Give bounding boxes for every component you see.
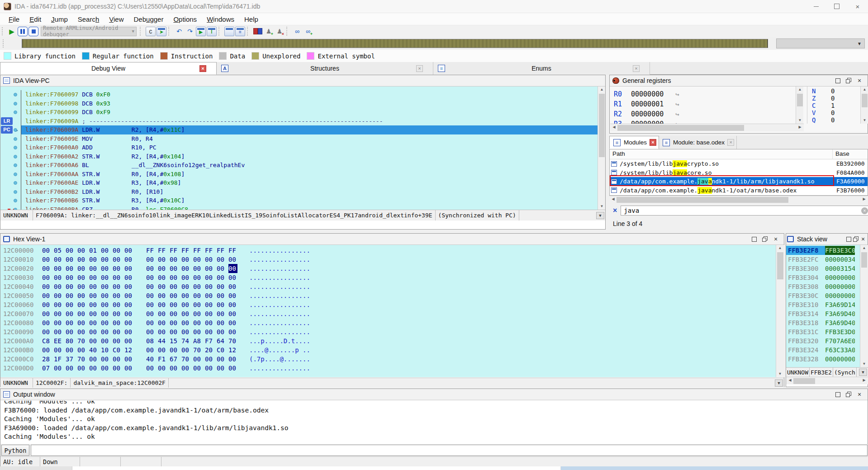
breakpoint-dot[interactable] xyxy=(14,137,17,141)
close-tab-icon[interactable]: × xyxy=(633,65,640,72)
menu-edit[interactable]: Edit xyxy=(24,14,46,24)
hex-view-titlebar[interactable]: Hex View-1 × xyxy=(0,234,784,245)
disasm-line[interactable]: LRlinker:F706009A ; --------------------… xyxy=(0,117,598,126)
breakpoint-dot[interactable] xyxy=(14,155,17,158)
close-panel-icon[interactable]: × xyxy=(859,235,867,243)
module-row[interactable]: /system/lib/libjavacore.soF084A000 xyxy=(610,168,868,177)
stack-row[interactable]: FFB3E320F707A6E0 xyxy=(786,336,860,345)
chevron-down-icon[interactable]: ▼ xyxy=(859,369,867,376)
stack-hscrollbar[interactable]: ◀ ▶ xyxy=(786,377,868,384)
navigation-band[interactable] xyxy=(22,39,768,48)
ida-view-titlebar[interactable]: IDA View-PC xyxy=(0,75,605,86)
output-titlebar[interactable]: Output window × xyxy=(0,389,868,400)
tab-enums[interactable]: Enums× xyxy=(433,62,650,75)
hex-row[interactable]: 12C0002000000000000000000000000000000000… xyxy=(0,264,776,273)
register-list[interactable]: R000000000↪R100000001↪R200000000↪R300000… xyxy=(610,86,796,124)
clear-filter-icon[interactable]: × xyxy=(861,207,868,214)
close-tab-icon[interactable]: × xyxy=(199,65,206,72)
hex-row[interactable]: 12C0009000000000000000000000000000000000… xyxy=(0,327,776,336)
menu-view[interactable]: View xyxy=(104,14,128,24)
stack-row[interactable]: FFB3E324F63C33A0 xyxy=(786,345,860,355)
close-tab-icon[interactable]: × xyxy=(650,139,656,146)
tab-debug-view[interactable]: Debug View× xyxy=(0,62,217,75)
stack-view-titlebar[interactable]: Stack view × xyxy=(786,234,868,245)
step-over-icon[interactable]: ↷ xyxy=(185,27,195,36)
follow-value-icon[interactable]: ↪ xyxy=(675,91,679,98)
stack-row[interactable]: FFB3E310F3A69D14 xyxy=(786,300,860,309)
stack-row[interactable]: FFB3E2F8FFB3E3C0 xyxy=(786,246,860,255)
breakpoint-dot[interactable] xyxy=(14,102,17,106)
maximize-panel-icon[interactable] xyxy=(845,235,852,243)
python-cli-input[interactable] xyxy=(31,445,868,456)
hex-row[interactable]: 12C0006000000000000000000000000000000000… xyxy=(0,300,776,309)
filter-input[interactable] xyxy=(621,206,868,216)
close-tab-icon[interactable]: × xyxy=(727,139,734,146)
follow-value-icon[interactable]: ↪ xyxy=(675,101,679,108)
menu-jump[interactable]: Jump xyxy=(46,14,73,24)
hex-row[interactable]: 12C0004000000000000000000000000000000000… xyxy=(0,282,776,291)
stack-row[interactable]: FFB3E314F3A69D40 xyxy=(786,309,860,318)
close-icon[interactable]: × xyxy=(847,0,868,13)
tab-module-base-odex[interactable]: ≡Module: base.odex× xyxy=(659,136,737,149)
column-path[interactable]: Path xyxy=(610,149,833,159)
hex-row[interactable]: 12C0008000000000000000000000000000000000… xyxy=(0,318,776,327)
breakpoint-dot[interactable] xyxy=(14,173,17,176)
maximize-icon[interactable] xyxy=(826,0,847,13)
navband-grip[interactable] xyxy=(3,39,5,48)
breakpoint-dot[interactable] xyxy=(14,110,17,114)
float-panel-icon[interactable] xyxy=(843,77,854,85)
disasm-line[interactable]: linker:F7060099 DCB 0xF9 xyxy=(0,108,598,117)
follow-value-icon[interactable]: ↪ xyxy=(675,110,679,118)
disasm-line[interactable]: linker:F7060097 DCB 0xF0 xyxy=(0,90,598,99)
register-row[interactable]: R000000000↪ xyxy=(614,89,796,99)
chevron-down-icon[interactable]: ▼ xyxy=(775,379,783,387)
maximize-panel-icon[interactable] xyxy=(832,390,843,398)
module-row[interactable]: /system/lib/libjavacrypto.soEB392000 xyxy=(610,159,868,168)
disasm-line[interactable]: linker:F70600A0 ADD R10, PC xyxy=(0,143,598,152)
breakpoint-dot[interactable] xyxy=(14,128,17,132)
column-base[interactable]: Base xyxy=(833,149,852,159)
float-panel-icon[interactable] xyxy=(843,390,854,398)
tab-structures[interactable]: AStructures× xyxy=(217,62,433,75)
disassembly-listing[interactable]: linker:F7060097 DCB 0xF0linker:F7060098 … xyxy=(0,86,598,210)
menu-search[interactable]: Search xyxy=(73,14,104,24)
registers-hscrollbar[interactable]: ◀ ▶ xyxy=(610,124,804,131)
flags-list[interactable]: N0Z0C1V0Q0 xyxy=(807,86,860,124)
flag-row[interactable]: N0 xyxy=(812,87,860,95)
disasm-line[interactable]: linker:F706009E MOV R0, R4 xyxy=(0,134,598,144)
stack-vscrollbar[interactable]: ▲ ▼ xyxy=(860,245,868,367)
debugger-selector[interactable]: Remote ARMLinux/Android debugger ▼ xyxy=(41,27,137,36)
breakpoint-dot[interactable] xyxy=(14,181,17,185)
register-row[interactable]: R300000000↪ xyxy=(614,119,796,124)
module-row[interactable]: /data/app/com.example.javandk1-1/oat/arm… xyxy=(610,186,868,195)
hex-dump[interactable]: 12C000000005000001000000FFFFFFFFFFFFFFFF… xyxy=(0,245,776,377)
follow-value-icon[interactable]: ↪ xyxy=(675,120,679,124)
modules-hscrollbar[interactable]: ◀ ▶ xyxy=(609,196,868,203)
until-return-icon[interactable]: I xyxy=(207,27,217,36)
disasm-line[interactable]: linker:F7060098 DCB 0x93 xyxy=(0,99,598,108)
stack-row[interactable]: FFB3E2FC00000034 xyxy=(786,255,860,264)
registers-vscrollbar[interactable]: ▲ ▼ xyxy=(796,86,803,124)
breakpoint-dot[interactable] xyxy=(14,146,17,149)
hex-row[interactable]: 12C0005000000000000000000000000000000000… xyxy=(0,291,776,300)
close-panel-icon[interactable]: × xyxy=(854,390,865,398)
flag-row[interactable]: V0 xyxy=(812,109,860,116)
disasm-line[interactable]: linker:F70600AE LDR.W R3, [R4,#0x98] xyxy=(0,178,598,187)
add-watch-icon[interactable]: ∞+ xyxy=(303,27,313,36)
hex-row[interactable]: 12C000000005000001000000FFFFFFFFFFFFFFFF… xyxy=(0,246,776,255)
flag-row[interactable]: Q0 xyxy=(812,116,860,124)
hex-row[interactable]: 12C000D007000000000000000000000000000000… xyxy=(0,364,776,373)
disasm-line[interactable]: PClinker:F706009A LDR.W R2, [R4,#0x11C] xyxy=(0,125,598,134)
maximize-panel-icon[interactable] xyxy=(832,77,843,85)
hex-row[interactable]: 12C000C0281F37700000000040F1677000000000… xyxy=(0,355,776,364)
python-cli-button[interactable]: Python xyxy=(1,445,29,456)
attach-debugger-icon[interactable]: c xyxy=(146,27,156,36)
float-panel-icon[interactable] xyxy=(759,235,770,243)
stack-row[interactable]: FFB3E32800000000 xyxy=(786,355,860,364)
continue-to-icon[interactable]: ➤ xyxy=(157,27,166,36)
continue-process-icon[interactable]: ▶ xyxy=(7,27,17,36)
disasm-line[interactable]: linker:F70600A2 STR.W R2, [R4,#0x104] xyxy=(0,152,598,161)
disasm-line[interactable]: linker:F70600A6 BL __dl__ZNK6soinfo12get… xyxy=(0,161,598,170)
tab-modules[interactable]: ≡Modules× xyxy=(609,136,659,149)
module-row[interactable]: /data/app/com.example.javandk1-1/lib/arm… xyxy=(610,177,868,186)
